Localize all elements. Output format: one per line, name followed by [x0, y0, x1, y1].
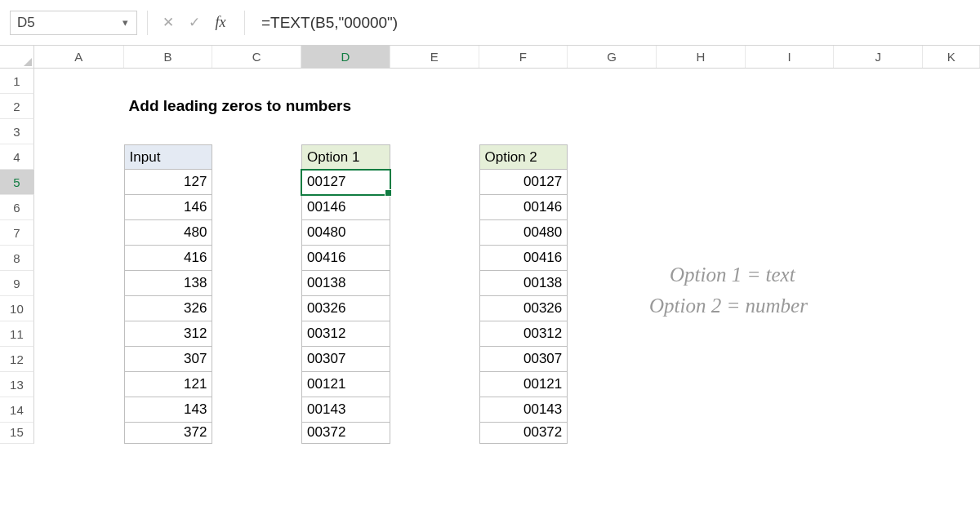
cell-F12[interactable]: 00307 [479, 347, 568, 372]
cell-C12[interactable] [212, 347, 301, 372]
cell-F10[interactable]: 00326 [479, 296, 568, 321]
cell-H11[interactable] [657, 321, 746, 347]
header-input[interactable]: Input [124, 144, 213, 170]
cell-C8[interactable] [212, 246, 301, 271]
cell-B9[interactable]: 138 [124, 271, 213, 296]
row-header-4[interactable]: 4 [0, 144, 34, 170]
col-header-A[interactable]: A [34, 46, 124, 68]
cell-D5[interactable]: 00127 [301, 170, 390, 195]
cell-A10[interactable] [34, 296, 124, 321]
row-header-3[interactable]: 3 [0, 119, 34, 144]
cell-B10[interactable]: 326 [124, 296, 213, 321]
row-header-14[interactable]: 14 [0, 397, 34, 423]
col-header-H[interactable]: H [657, 46, 746, 68]
cell-K10[interactable] [923, 296, 980, 321]
row-header-13[interactable]: 13 [0, 372, 34, 397]
cell-D3[interactable] [301, 119, 390, 144]
cell-G5[interactable] [568, 170, 657, 195]
cell-B8[interactable]: 416 [124, 246, 213, 271]
cell-E3[interactable] [390, 119, 479, 144]
spreadsheet-grid[interactable]: A B C D E F G H I J K 1 2 Add leading ze… [0, 46, 980, 514]
cell-A15[interactable] [34, 423, 124, 444]
cell-D13[interactable]: 00121 [301, 372, 390, 397]
cell-D1[interactable] [301, 69, 390, 94]
header-option1[interactable]: Option 1 [301, 144, 390, 170]
cell-F7[interactable]: 00480 [479, 220, 568, 246]
cell-K13[interactable] [923, 372, 980, 397]
col-header-F[interactable]: F [479, 46, 568, 68]
cell-C13[interactable] [212, 372, 301, 397]
col-header-I[interactable]: I [746, 46, 835, 68]
cell-A8[interactable] [34, 246, 124, 271]
cell-F8[interactable]: 00416 [479, 246, 568, 271]
row-header-11[interactable]: 11 [0, 321, 34, 347]
row-header-6[interactable]: 6 [0, 195, 34, 220]
cell-I3[interactable] [746, 119, 835, 144]
cell-D15[interactable]: 00372 [301, 423, 390, 444]
row-header-10[interactable]: 10 [0, 296, 34, 321]
cell-F15[interactable]: 00372 [479, 423, 568, 444]
cell-H7[interactable] [657, 220, 746, 246]
cell-F11[interactable]: 00312 [479, 321, 568, 347]
cancel-icon[interactable]: ✕ [158, 12, 179, 33]
cell-G12[interactable] [568, 347, 657, 372]
cell-C10[interactable] [212, 296, 301, 321]
cell-B6[interactable]: 146 [124, 195, 213, 220]
cell-E2[interactable] [390, 94, 479, 119]
cell-E4[interactable] [390, 144, 479, 170]
cell-I1[interactable] [746, 69, 835, 94]
cell-K12[interactable] [923, 347, 980, 372]
cell-C2[interactable] [213, 94, 302, 119]
row-header-8[interactable]: 8 [0, 246, 34, 271]
cell-E15[interactable] [390, 423, 479, 444]
cell-H12[interactable] [657, 347, 746, 372]
cell-H4[interactable] [657, 144, 746, 170]
cell-E5[interactable] [390, 170, 479, 195]
cell-E10[interactable] [390, 296, 479, 321]
cell-J7[interactable] [834, 220, 923, 246]
cell-F9[interactable]: 00138 [479, 271, 568, 296]
cell-A14[interactable] [34, 397, 124, 423]
cell-I11[interactable] [746, 321, 835, 347]
cell-E8[interactable] [390, 246, 479, 271]
cell-I5[interactable] [746, 170, 835, 195]
cell-J11[interactable] [834, 321, 923, 347]
cell-I7[interactable] [746, 220, 835, 246]
cell-K1[interactable] [923, 69, 980, 94]
cell-G1[interactable] [568, 69, 657, 94]
cell-A6[interactable] [34, 195, 124, 220]
cell-J2[interactable] [835, 94, 924, 119]
cell-D14[interactable]: 00143 [301, 397, 390, 423]
cell-C3[interactable] [212, 119, 301, 144]
col-header-J[interactable]: J [834, 46, 923, 68]
cell-G13[interactable] [568, 372, 657, 397]
formula-input[interactable] [255, 14, 980, 32]
cell-J6[interactable] [834, 195, 923, 220]
cell-B3[interactable] [124, 119, 213, 144]
cell-F1[interactable] [479, 69, 568, 94]
cell-E13[interactable] [390, 372, 479, 397]
cell-D6[interactable]: 00146 [301, 195, 390, 220]
cell-G2[interactable] [568, 94, 657, 119]
cell-K14[interactable] [923, 397, 980, 423]
cell-J14[interactable] [834, 397, 923, 423]
cell-J13[interactable] [834, 372, 923, 397]
cell-C5[interactable] [212, 170, 301, 195]
cell-F6[interactable]: 00146 [479, 195, 568, 220]
cell-G4[interactable] [568, 144, 657, 170]
cell-H1[interactable] [657, 69, 746, 94]
cell-B13[interactable]: 121 [124, 372, 213, 397]
col-header-G[interactable]: G [568, 46, 657, 68]
cell-A13[interactable] [34, 372, 124, 397]
cell-F13[interactable]: 00121 [479, 372, 568, 397]
cell-D12[interactable]: 00307 [301, 347, 390, 372]
cell-A4[interactable] [34, 144, 124, 170]
fx-icon[interactable]: fx [210, 12, 231, 33]
cell-B1[interactable] [124, 69, 213, 94]
cell-C11[interactable] [212, 321, 301, 347]
cell-K4[interactable] [923, 144, 980, 170]
cell-J10[interactable] [834, 296, 923, 321]
cell-I4[interactable] [746, 144, 835, 170]
row-header-12[interactable]: 12 [0, 347, 34, 372]
cell-A11[interactable] [34, 321, 124, 347]
